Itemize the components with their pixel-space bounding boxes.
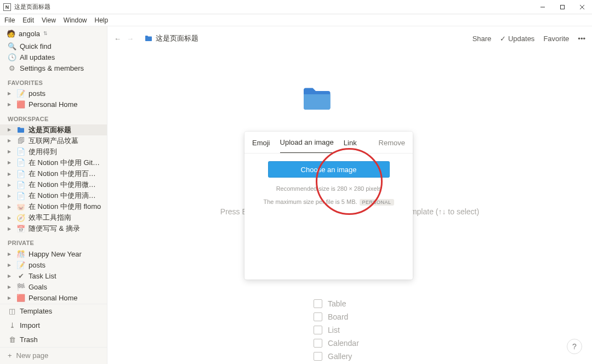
chevron-updown-icon: ⇅ xyxy=(43,31,48,36)
section-workspace: WORKSPACE xyxy=(0,110,107,124)
import-button[interactable]: ⤓Import xyxy=(0,318,107,333)
disclosure-icon[interactable]: ▶ xyxy=(8,172,13,177)
share-button[interactable]: Share xyxy=(473,35,492,43)
template-table[interactable]: Table xyxy=(314,299,359,308)
document-icon: 📄 xyxy=(16,147,25,156)
trash-icon: 🗑 xyxy=(8,335,16,344)
window-close-button[interactable] xyxy=(572,0,592,14)
disclosure-icon[interactable]: ▶ xyxy=(8,138,13,143)
templates-icon: ◫ xyxy=(8,307,16,315)
favorite-button[interactable]: Favorite xyxy=(543,35,569,43)
new-page-button[interactable]: +New page xyxy=(0,347,107,364)
disclosure-icon[interactable]: ▶ xyxy=(8,160,13,165)
breadcrumb[interactable]: 这是页面标题 xyxy=(145,33,198,43)
template-gallery[interactable]: Gallery xyxy=(314,352,359,361)
ws-item-current[interactable]: ▶这是页面标题 xyxy=(0,124,107,135)
disclosure-icon[interactable]: ▶ xyxy=(8,127,13,132)
page-icon: 📝 xyxy=(16,89,25,98)
ws-item[interactable]: ▶📄在 Notion 中使用百度脑图 xyxy=(0,168,107,179)
ws-item[interactable]: ▶📄在 Notion 中使用微信读书 xyxy=(0,179,107,190)
settings-members[interactable]: ⚙Settings & members xyxy=(0,62,107,73)
choose-image-button[interactable]: Choose an image xyxy=(268,161,390,178)
board-icon xyxy=(314,312,322,321)
fav-item[interactable]: ▶📝posts xyxy=(0,88,107,99)
trash-button[interactable]: 🗑Trash xyxy=(0,333,107,347)
import-icon: ⤓ xyxy=(8,321,16,329)
ws-item[interactable]: ▶🧭效率工具指南 xyxy=(0,212,107,223)
disclosure-icon[interactable]: ▶ xyxy=(8,215,13,220)
workspace-name: angola xyxy=(19,30,40,38)
window-minimize-button[interactable] xyxy=(533,0,553,14)
pr-item[interactable]: ▶🎊Happy New Year xyxy=(0,248,107,259)
clock-icon: 🕓 xyxy=(8,53,16,61)
icon-picker-popup: Emoji Upload an image Link Remove Choose… xyxy=(244,132,413,280)
template-board[interactable]: Board xyxy=(314,312,359,321)
sidebar: 🧑 angola ⇅ 🔍Quick find 🕓All updates ⚙Set… xyxy=(0,26,107,364)
disclosure-icon[interactable]: ▶ xyxy=(8,263,13,268)
menu-edit[interactable]: Edit xyxy=(22,16,34,24)
help-button[interactable]: ? xyxy=(567,339,582,354)
disclosure-icon[interactable]: ▶ xyxy=(8,226,13,231)
updates-button[interactable]: ✓ Updates xyxy=(500,35,534,43)
page-icon: 📝 xyxy=(16,261,25,269)
disclosure-icon[interactable]: ▶ xyxy=(8,91,13,96)
workspace-switcher[interactable]: 🧑 angola ⇅ xyxy=(0,26,107,41)
ws-item[interactable]: ▶🐷在 Notion 中使用 flomo xyxy=(0,201,107,212)
calendar-icon xyxy=(314,339,322,348)
plan-badge: PERSONAL xyxy=(360,199,394,206)
page-icon: 🧭 xyxy=(16,214,25,222)
disclosure-icon[interactable]: ▶ xyxy=(8,102,13,107)
forward-button[interactable]: → xyxy=(127,35,134,43)
template-calendar[interactable]: Calendar xyxy=(314,339,359,348)
templates-button[interactable]: ◫Templates xyxy=(0,304,107,318)
template-list[interactable]: List xyxy=(314,326,359,334)
folder-icon xyxy=(16,127,25,133)
tab-link[interactable]: Link xyxy=(344,132,357,153)
pr-item[interactable]: ▶🟥Personal Home xyxy=(0,293,107,304)
pr-item[interactable]: ▶🏁Goals xyxy=(0,282,107,293)
page-icon-large[interactable] xyxy=(301,86,332,112)
disclosure-icon[interactable]: ▶ xyxy=(8,204,13,209)
main-area: ← → 这是页面标题 Share ✓ Updates Favorite ••• … xyxy=(107,26,592,364)
tab-emoji[interactable]: Emoji xyxy=(252,132,270,153)
menu-view[interactable]: View xyxy=(42,16,56,24)
ws-item[interactable]: ▶📅随便写写 & 摘录 xyxy=(0,223,107,234)
quick-find[interactable]: 🔍Quick find xyxy=(0,41,107,52)
pr-item[interactable]: ▶📝posts xyxy=(0,260,107,271)
svg-rect-1 xyxy=(561,5,565,9)
menubar: File Edit View Window Help xyxy=(0,14,592,26)
all-updates[interactable]: 🕓All updates xyxy=(0,52,107,62)
tab-upload[interactable]: Upload an image xyxy=(280,132,334,153)
ws-item[interactable]: ▶🗐互联网产品坟墓 xyxy=(0,135,107,146)
page-icon: 🎊 xyxy=(16,250,25,258)
menu-window[interactable]: Window xyxy=(64,16,87,24)
disclosure-icon[interactable]: ▶ xyxy=(8,295,13,300)
disclosure-icon[interactable]: ▶ xyxy=(8,285,13,289)
disclosure-icon[interactable]: ▶ xyxy=(8,252,13,257)
ws-item[interactable]: ▶📄在 Notion 中使用滴答清单 xyxy=(0,190,107,201)
ws-item[interactable]: ▶📄在 Notion 中使用 GitMind xyxy=(0,157,107,168)
menu-help[interactable]: Help xyxy=(95,16,109,24)
table-icon xyxy=(314,299,322,308)
menu-file[interactable]: File xyxy=(4,16,15,24)
window-title: 这是页面标题 xyxy=(14,3,50,11)
ws-item[interactable]: ▶📄使用得到 xyxy=(0,146,107,157)
document-icon: 📄 xyxy=(16,192,25,200)
page-icon: 📅 xyxy=(16,225,25,233)
check-icon: ✔ xyxy=(16,272,25,280)
recommended-size-text: Recommended size is 280 × 280 pixels xyxy=(254,185,403,192)
fav-item[interactable]: ▶🟥Personal Home xyxy=(0,99,107,110)
remove-icon-button[interactable]: Remove xyxy=(379,139,405,147)
disclosure-icon[interactable]: ▶ xyxy=(8,194,13,198)
disclosure-icon[interactable]: ▶ xyxy=(8,149,13,154)
disclosure-icon[interactable]: ▶ xyxy=(8,183,13,187)
disclosure-icon[interactable]: ▶ xyxy=(8,274,13,278)
pr-item[interactable]: ▶✔Task List xyxy=(0,271,107,282)
page-icon: 🏁 xyxy=(16,283,25,291)
section-private: PRIVATE xyxy=(0,234,107,248)
gallery-icon xyxy=(314,352,322,361)
back-button[interactable]: ← xyxy=(114,35,121,43)
document-icon: 📄 xyxy=(16,181,25,189)
window-maximize-button[interactable] xyxy=(553,0,572,14)
more-button[interactable]: ••• xyxy=(578,35,585,43)
